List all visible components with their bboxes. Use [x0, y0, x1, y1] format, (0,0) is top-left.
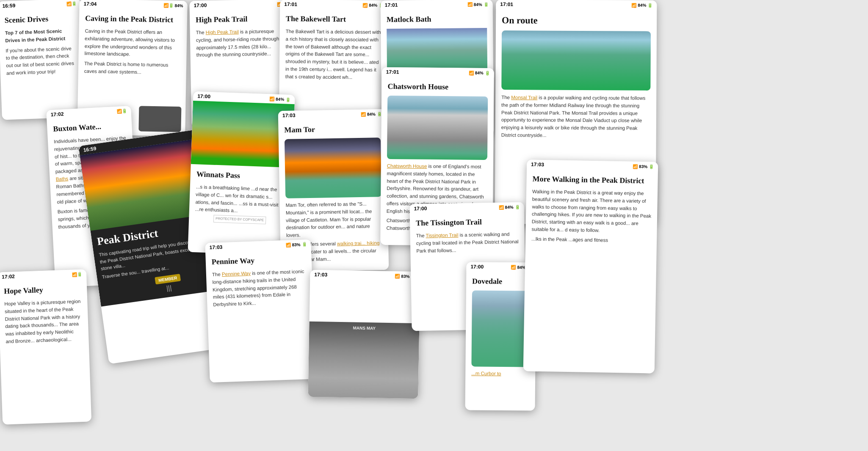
link-highpeak[interactable]: High Peak Trail [206, 29, 239, 35]
time-winnats: 17:00 [197, 93, 210, 99]
status-icons-matlock: 📶 84%🔋 [467, 2, 489, 6]
title-matlock: Matlock Bath [387, 13, 487, 25]
status-bar-matlock: 17:01 📶 84%🔋 [381, 0, 493, 10]
title-chatsworth: Chatsworth House [387, 81, 488, 93]
body-dovedale: ...m Curbor to [471, 370, 529, 378]
status-icons-tissington: 📶 84%🔋 [498, 204, 520, 209]
body-morewalk: Walking in the Peak District is a great … [531, 188, 652, 236]
time-bakewell: 17:01 [284, 1, 297, 7]
body-onroute: The Monsal Trail is a popular walking an… [501, 94, 651, 140]
status-bar-chatsworth: 17:01 📶 84%🔋 [382, 67, 494, 77]
link-chatsworth[interactable]: Chatsworth House [387, 163, 427, 169]
link-dovedale[interactable]: ...m Curbor to [471, 371, 501, 376]
status-icons-mamtor: 📶 84%🔋 [361, 111, 382, 116]
status-icons-chatsworth: 📶 84%🔋 [469, 70, 490, 75]
link-tissington[interactable]: Tissington Trail [426, 232, 458, 238]
card-morewalk: 17:03 📶 83%🔋 More Walking in the Peak Di… [523, 160, 658, 373]
time-matlock: 17:01 [385, 2, 398, 8]
status-icons-caving: 📶🔋 84% [163, 3, 183, 8]
time-mamtor: 17:03 [282, 113, 296, 119]
link-pennine[interactable]: Pennine Way [222, 271, 251, 277]
status-bar-mamtor2: 17:03 📶 83%🔋 [310, 270, 420, 281]
title-bakewell: The Bakewell Tart [286, 13, 382, 25]
body-caving: Caving in the Peak District offers an ex… [84, 28, 181, 59]
card-mamtor2: 17:03 📶 83%🔋 MANS MAY [308, 270, 420, 399]
time-chatsworth: 17:01 [386, 69, 399, 75]
body-mamtor: Mam Tor, often referred to as the "S... … [285, 200, 382, 239]
card-pennine: 17:03 📶 83%🔋 Pennine Way The Pennine Way… [205, 239, 315, 383]
status-icons-winnats: 📶 84%🔋 [269, 96, 290, 102]
title-dovedale: Dovedale [472, 275, 530, 287]
link-onroute[interactable]: Monsal Trail [511, 95, 537, 100]
status-bar-onroute: 17:01 📶 84%🔋 [496, 0, 657, 10]
title-winnats: Winnats Pass [196, 168, 286, 183]
status-icons-morewalk: 📶 83%🔋 [633, 164, 654, 169]
status-icons-pennine: 📶 83%🔋 [285, 242, 307, 248]
title-pennine: Pennine Way [211, 253, 306, 268]
img-onroute [501, 30, 651, 91]
time-mamtor2: 17:03 [314, 272, 327, 278]
status-icons-onroute: 📶 84%🔋 [631, 3, 652, 7]
time-buxton: 17:02 [50, 111, 64, 118]
status-icons-buxton: 📶🔋 [116, 108, 127, 113]
card-hopeval: 17:02 📶🔋 Hope Valley Hope Valley is a pi… [0, 269, 91, 424]
nested-card-caving [138, 106, 181, 132]
time-dovedale: 17:00 [470, 264, 484, 270]
card-scenic: 16:59 📶🔋 Scenic Drives Top 7 of the Most… [0, 0, 85, 120]
body2-caving: The Peak District is home to numerous ca… [84, 60, 181, 77]
time-peakdistrict: 16:59 [83, 146, 97, 153]
status-icons-hopeval: 📶🔋 [72, 272, 82, 277]
time-morewalk: 17:03 [531, 162, 544, 168]
title-highpeak: High Peak Trail [196, 13, 285, 26]
time-highpeak: 17:00 [194, 2, 207, 8]
body-bakewell: The Bakewell Tart is a delicious dessert… [285, 28, 382, 82]
status-icons-scenic: 📶🔋 [66, 1, 76, 6]
watermark: PROTECTED BY COPYSCAPE [213, 215, 266, 224]
body-tissington: The Tissington Trail is a scenic walking… [416, 231, 519, 255]
subtitle-scenic: Top 7 of the Most Scenic Drives in the P… [5, 27, 76, 44]
body-scenic: If you're about the scenic drive to the … [6, 45, 77, 77]
title-buxton: Buxton Wate... [53, 120, 126, 135]
time-tissington: 17:00 [414, 206, 427, 212]
status-bar-bakewell: 17:01 📶 84%🔋 [280, 0, 388, 10]
body-hopeval: Hope Valley is a picturesque region situ… [4, 298, 83, 346]
img-mamtor2: MANS MAY [308, 322, 419, 399]
time-scenic: 16:59 [2, 3, 15, 9]
title-tissington: The Tissington Trail [416, 216, 518, 229]
title-caving: Caving in the Peak District [85, 13, 181, 26]
img-chatsworth [387, 96, 488, 160]
body-winnats: ...s is a breathtaking lime ...d near th… [195, 183, 286, 217]
time-caving: 17:04 [83, 1, 97, 7]
body-highpeak: The High Peak Trail is a picturesque cyc… [196, 28, 286, 59]
body-pennine: The Pennine Way is one of the most iconi… [212, 268, 307, 309]
img-dovedale [471, 290, 530, 367]
time-onroute: 17:01 [500, 1, 513, 7]
title-hopeval: Hope Valley [4, 283, 81, 297]
title-scenic: Scenic Drives [4, 12, 75, 26]
time-hopeval: 17:02 [2, 273, 15, 280]
title-onroute: On route [502, 13, 651, 28]
title-morewalk: More Walking in the Peak District [532, 173, 652, 187]
title-mamtor: Mam Tor [284, 123, 380, 136]
body2-morewalk: ...lks in the Peak ...ages and fitness [531, 235, 651, 245]
time-pennine: 17:03 [209, 244, 222, 250]
img-mamtor [285, 138, 381, 198]
